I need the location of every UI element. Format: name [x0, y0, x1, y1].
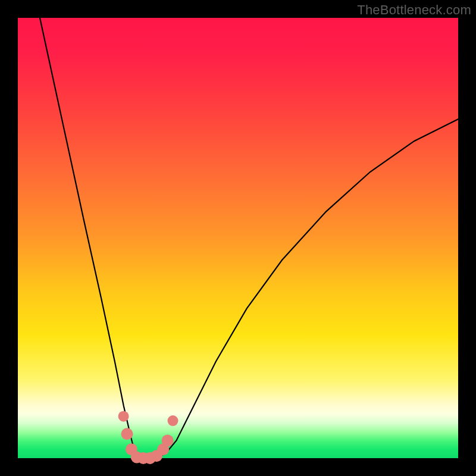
highlight-markers	[118, 411, 178, 464]
plot-area	[18, 18, 458, 458]
bottleneck-curve	[40, 18, 458, 458]
marker-dot	[118, 411, 129, 422]
marker-dot	[121, 428, 133, 440]
curve-svg	[18, 18, 458, 458]
marker-dot	[168, 415, 178, 426]
watermark-text: TheBottleneck.com	[357, 2, 471, 18]
chart-frame: TheBottleneck.com	[0, 0, 476, 476]
marker-dot	[162, 434, 174, 446]
